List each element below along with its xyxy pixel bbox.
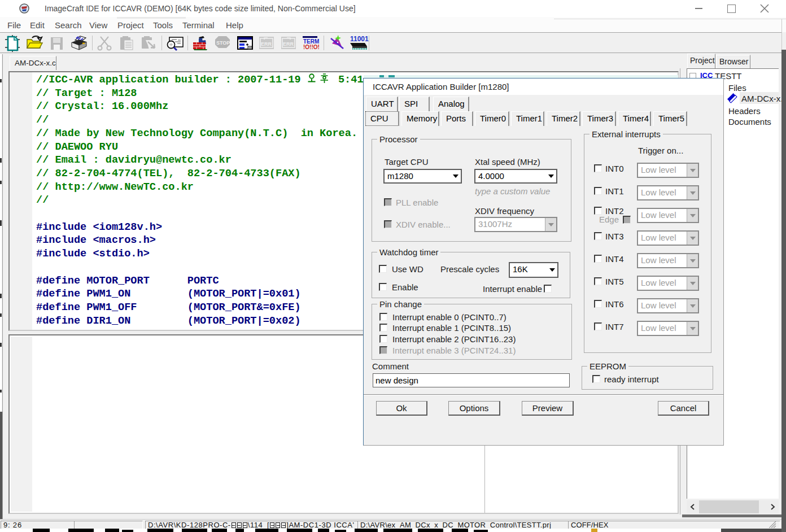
svg-text:!O!!O!: !O!!O! — [303, 44, 320, 50]
svg-text:STOP: STOP — [216, 40, 230, 46]
svg-text:11001: 11001 — [350, 35, 369, 43]
svg-text:ERR: ERR — [261, 41, 272, 47]
svg-text:ERR: ERR — [283, 41, 294, 47]
